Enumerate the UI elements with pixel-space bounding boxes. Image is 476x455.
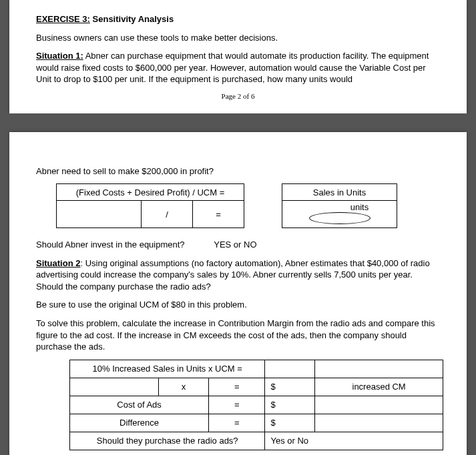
t2-blank-a bbox=[265, 360, 315, 378]
yes-no-choice: YES or NO bbox=[214, 239, 256, 251]
exercise-label: EXERCISE 3: bbox=[36, 14, 90, 24]
t2-r1-blank bbox=[70, 378, 159, 396]
t2-r3-blank bbox=[315, 414, 443, 432]
t1-header-formula: (Fixed Costs + Desired Profit) / UCM = bbox=[57, 184, 244, 201]
t2-r1-dollar: $ bbox=[265, 378, 315, 396]
t2-r3-label: Difference bbox=[70, 414, 209, 432]
t1-gap bbox=[244, 184, 282, 201]
situation-1: Situation 1: Abner can purchase equipmen… bbox=[36, 50, 440, 85]
solve-note: To solve this problem, calculate the inc… bbox=[36, 318, 440, 353]
intro-text: Business owners can use these tools to m… bbox=[36, 32, 440, 44]
page-number: Page 2 of 6 bbox=[36, 92, 440, 100]
page-fragment-top: EXERCISE 3: Sensitivity Analysis Busines… bbox=[9, 0, 467, 113]
t1-header-sales: Sales in Units bbox=[282, 184, 397, 201]
t2-r2-label: Cost of Ads bbox=[70, 396, 209, 414]
t2-r3-dollar: $ bbox=[265, 414, 315, 432]
t1-gap2 bbox=[244, 201, 282, 228]
ucm-note: Be sure to use the original UCM of $80 i… bbox=[36, 299, 440, 311]
invest-question: Should Abner invest in the equipment? YE… bbox=[36, 239, 440, 251]
t2-r1-x: x bbox=[158, 378, 208, 396]
calc-table-1: (Fixed Costs + Desired Profit) / UCM = S… bbox=[56, 183, 397, 228]
t1-units-label: units bbox=[350, 202, 369, 212]
t2-r1-inccm: increased CM bbox=[315, 378, 443, 396]
exercise-title: Sensitivity Analysis bbox=[90, 14, 174, 24]
page-fragment-bottom: Abner need to sell to make $200,000 in p… bbox=[9, 132, 467, 455]
t1-cell-eq: = bbox=[193, 201, 244, 228]
t2-r2-dollar: $ bbox=[265, 396, 315, 414]
situation-2: Situation 2: Using original assumptions … bbox=[36, 258, 440, 293]
t1-cell-div: / bbox=[142, 201, 193, 228]
t1-cell-blank1 bbox=[57, 201, 142, 228]
t2-r2-blank bbox=[315, 396, 443, 414]
t2-r3-eq: = bbox=[209, 414, 265, 432]
situation-2-text: : Using original assumptions (no factory… bbox=[36, 258, 430, 292]
t1-cell-units: units bbox=[282, 201, 397, 228]
continuation-text: Abner need to sell to make $200,000 in p… bbox=[36, 165, 440, 177]
page-gap bbox=[0, 113, 476, 132]
t2-r2-eq: = bbox=[209, 396, 265, 414]
situation-2-label: Situation 2 bbox=[36, 258, 80, 268]
t2-header: 10% Increased Sales in Units x UCM = bbox=[70, 360, 265, 378]
t2-blank-b bbox=[315, 360, 443, 378]
situation-1-text: Abner can purchase equipment that would … bbox=[36, 51, 429, 84]
invest-q-text: Should Abner invest in the equipment? bbox=[36, 240, 185, 250]
t2-r4-yesno: Yes or No bbox=[265, 432, 443, 450]
exercise-heading: EXERCISE 3: Sensitivity Analysis bbox=[36, 13, 440, 25]
answer-oval bbox=[309, 212, 371, 224]
situation-1-label: Situation 1: bbox=[36, 51, 83, 61]
calc-table-2: 10% Increased Sales in Units x UCM = x =… bbox=[69, 360, 443, 450]
t2-r4-label: Should they purchase the radio ads? bbox=[70, 432, 265, 450]
t2-r1-eq: = bbox=[209, 378, 265, 396]
